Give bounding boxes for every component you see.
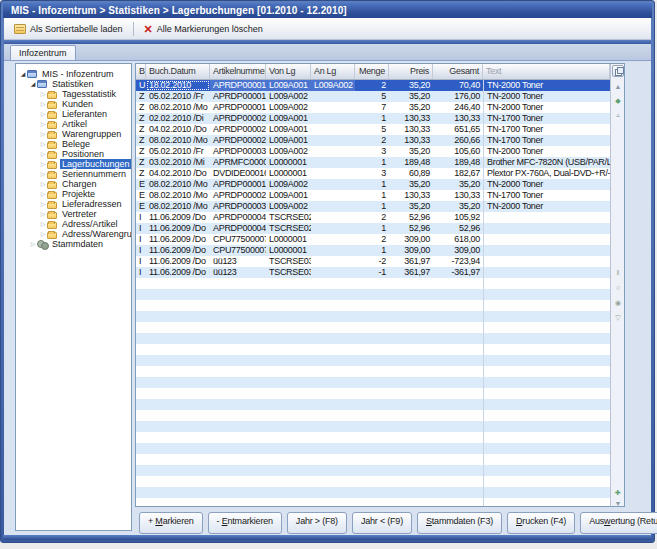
clear-marks-button[interactable]: ✕ Alle Markierungen löschen	[138, 22, 269, 36]
scroll-to-bottom-icon[interactable]: ▼	[611, 499, 625, 507]
table-row-empty[interactable]	[136, 443, 610, 454]
tab-infozentrum[interactable]: Infozentrum	[10, 45, 76, 60]
tree-item-vertreter[interactable]: ▷Vertreter	[16, 209, 131, 219]
tree-item-artikel[interactable]: ▷Artikel	[16, 119, 131, 129]
tree-item-adress-warengruppen[interactable]: ▷Adress/Warengruppen	[16, 229, 131, 239]
collapse-icon[interactable]: ◢	[19, 69, 27, 79]
table-row[interactable]: I11.06.2009 /DoAPRDP00004TSCRSE02152,965…	[136, 223, 610, 234]
auswertung-return-button[interactable]: Auswertung (Return)	[580, 512, 657, 534]
tree-item-seriennummern[interactable]: ▷Seriennummern	[16, 169, 131, 179]
column-header-date[interactable]: Buch.Datum	[146, 64, 210, 79]
column-header-text[interactable]: Text	[483, 64, 610, 79]
table-row-empty[interactable]	[136, 366, 610, 377]
add-marker-icon[interactable]: ✚	[611, 488, 625, 498]
table-row[interactable]: Z08.02.2010 /MoAPRDP00002L009A0012130,33…	[136, 135, 610, 146]
tree-item-adress-artikel[interactable]: ▷Adress/Artikel	[16, 219, 131, 229]
jahr-f9-button[interactable]: Jahr < (F9)	[352, 512, 412, 534]
expand-icon[interactable]: ▷	[39, 139, 47, 149]
expand-icon[interactable]: ▷	[39, 129, 47, 139]
expand-icon[interactable]: ▷	[39, 219, 47, 229]
expand-icon[interactable]: ▷	[39, 89, 47, 99]
tree-item-projekte[interactable]: ▷Projekte	[16, 189, 131, 199]
table-row[interactable]: I11.06.2009 /DoAPRDP00004TSCRSE02252,961…	[136, 212, 610, 223]
tree-item-statistiken[interactable]: ◢Statistiken	[16, 79, 131, 89]
expand-icon[interactable]: ▷	[39, 169, 47, 179]
column-header-artikel[interactable]: Artikelnummer	[210, 64, 266, 79]
table-row-empty[interactable]	[136, 278, 610, 289]
tree-item-kunden[interactable]: ▷Kunden	[16, 99, 131, 109]
column-header-gesamt[interactable]: Gesamt	[433, 64, 483, 79]
bookmark-icon[interactable]: ◉	[611, 298, 625, 308]
table-row-empty[interactable]	[136, 377, 610, 388]
tree-item-lieferanten[interactable]: ▷Lieferanten	[16, 109, 131, 119]
table-row-empty[interactable]	[136, 498, 610, 506]
expand-icon[interactable]: ▷	[39, 209, 47, 219]
drucken-f4-button[interactable]: Drucken (F4)	[507, 512, 575, 534]
table-row[interactable]: E08.02.2010 /MoAPRDP00003L009A002135,203…	[136, 201, 610, 212]
table-row-empty[interactable]	[136, 476, 610, 487]
table-row-empty[interactable]	[136, 322, 610, 333]
table-row-empty[interactable]	[136, 333, 610, 344]
table-row[interactable]: U18.02.2010APRDP00001L009A001L009A002235…	[136, 80, 610, 91]
table-row[interactable]: Z02.02.2010 /DiAPRDP00002L009A0011130,33…	[136, 113, 610, 124]
table-row-empty[interactable]	[136, 410, 610, 421]
table-row[interactable]: I11.06.2009 /DoCPU77500007L00000011309,0…	[136, 245, 610, 256]
tree-item-warengruppen[interactable]: ▷Warengruppen	[16, 129, 131, 139]
tree-item-lieferadressen[interactable]: ▷Lieferadressen	[16, 199, 131, 209]
table-row-empty[interactable]	[136, 465, 610, 476]
column-chooser-icon[interactable]	[612, 65, 624, 77]
expand-icon[interactable]: ▷	[39, 149, 47, 159]
table-row[interactable]: Z04.02.2010 /DoDVDIDE00016L0000001360,89…	[136, 168, 610, 179]
expand-icon[interactable]: ▷	[39, 229, 47, 239]
expand-icon[interactable]: ▷	[39, 99, 47, 109]
expand-icon[interactable]: ▷	[39, 189, 47, 199]
table-row[interactable]: I11.06.2009 /DoCPU77500007L00000012309,0…	[136, 234, 610, 245]
tree-item-belege[interactable]: ▷Belege	[16, 139, 131, 149]
entmarkieren-button[interactable]: - Entmarkieren	[208, 512, 282, 534]
table-row[interactable]: Z03.02.2010 /MiAPRMFC00001L00000011189,4…	[136, 157, 610, 168]
expand-icon[interactable]: ▷	[39, 109, 47, 119]
table-row-empty[interactable]	[136, 344, 610, 355]
table-row[interactable]: Z04.02.2010 /DoAPRDP00002L009A0015130,33…	[136, 124, 610, 135]
tree-item-tagesstatistik[interactable]: ▷Tagesstatistik	[16, 89, 131, 99]
table-row[interactable]: E08.02.2010 /MoAPRDP00001L009A002135,203…	[136, 179, 610, 190]
table-row-empty[interactable]	[136, 289, 610, 300]
table-row-empty[interactable]	[136, 454, 610, 465]
tree-item-mis-infozentrum[interactable]: ◢MIS - Infozentrum	[16, 69, 131, 79]
tree-item-chargen[interactable]: ▷Chargen	[16, 179, 131, 189]
current-row-marker-icon[interactable]: ◆	[611, 96, 625, 106]
table-row[interactable]: Z05.02.2010 /FrAPRDP00003L009A002335,201…	[136, 146, 610, 157]
expand-icon[interactable]: ▷	[39, 179, 47, 189]
load-sort-table-button[interactable]: Als Sortiertabelle laden	[8, 22, 129, 36]
pause-icon[interactable]: ‖	[611, 268, 625, 278]
table-row-empty[interactable]	[136, 300, 610, 311]
table-row-empty[interactable]	[136, 399, 610, 410]
grid-side-strip[interactable]: ▲◆▵‖○◉▽✚▼	[610, 64, 624, 506]
table-row-empty[interactable]	[136, 355, 610, 366]
search-icon[interactable]: ○	[611, 283, 625, 293]
tree-item-stammdaten[interactable]: ▷Stammdaten	[16, 239, 131, 249]
expand-icon[interactable]: ▷	[39, 199, 47, 209]
expand-icon[interactable]: ▷	[39, 159, 47, 169]
table-row[interactable]: I11.06.2009 /Doüü123TSCRSE03-1361,97-361…	[136, 267, 610, 278]
table-row-empty[interactable]	[136, 421, 610, 432]
scroll-to-top-icon[interactable]: ▲	[611, 82, 625, 92]
table-row-empty[interactable]	[136, 388, 610, 399]
jahr-f8-button[interactable]: Jahr > (F8)	[287, 512, 347, 534]
table-row[interactable]: Z05.02.2010 /FrAPRDP00001L009A002535,201…	[136, 91, 610, 102]
table-row-empty[interactable]	[136, 487, 610, 498]
expand-icon[interactable]: ▷	[39, 119, 47, 129]
scroll-up-icon[interactable]: ▵	[611, 110, 625, 120]
table-row-empty[interactable]	[136, 311, 610, 322]
column-header-von[interactable]: Von Lg	[266, 64, 311, 79]
table-row[interactable]: Z08.02.2010 /MoAPRDP00001L009A002735,202…	[136, 102, 610, 113]
filter-icon[interactable]: ▽	[611, 313, 625, 323]
markieren-button[interactable]: + Markieren	[139, 512, 203, 534]
column-header-preis[interactable]: Preis	[389, 64, 433, 79]
table-row[interactable]: I11.06.2009 /Doüü123TSCRSE03-2361,97-723…	[136, 256, 610, 267]
tree-item-positionen[interactable]: ▷Positionen	[16, 149, 131, 159]
expand-icon[interactable]: ▷	[29, 239, 37, 249]
column-header-type[interactable]: B	[136, 64, 146, 79]
table-row-empty[interactable]	[136, 432, 610, 443]
table-row[interactable]: E08.02.2010 /MoAPRDP00002L009A0011130,33…	[136, 190, 610, 201]
